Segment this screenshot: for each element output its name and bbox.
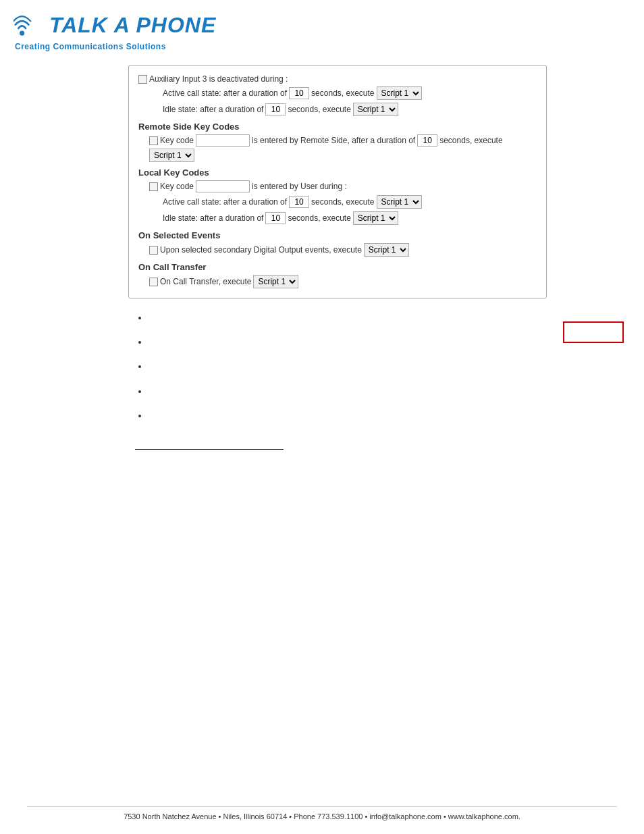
remote-key-input[interactable] (196, 134, 250, 147)
bullet-item-4 (149, 386, 570, 398)
local-active-text: seconds, execute (311, 197, 374, 207)
on-call-transfer-row: On Call Transfer, execute Script 1 Scrip… (138, 275, 537, 288)
bullet-item-3 (149, 361, 570, 373)
active-call-script-select[interactable]: Script 1 Script 2 Script 3 (377, 86, 422, 100)
remote-key-row: Key code is entered by Remote Side, afte… (138, 134, 537, 162)
local-sub-rows: Active call state: after a duration of s… (138, 195, 537, 225)
on-selected-script-select[interactable]: Script 1 Script 2 Script 3 (364, 243, 409, 257)
remote-key-text: is entered by Remote Side, after a durat… (252, 136, 415, 145)
aux-input-row: Auxiliary Input 3 is deactivated during … (138, 74, 537, 84)
red-annotation-box (563, 321, 624, 343)
local-active-seconds-input[interactable] (289, 196, 309, 208)
remote-key-text2: seconds, execute (439, 136, 502, 145)
idle-state-row: Idle state: after a duration of seconds,… (152, 103, 537, 116)
remote-key-checkbox[interactable] (149, 136, 158, 145)
footer-separator (27, 806, 617, 807)
local-key-checkbox[interactable] (149, 182, 158, 191)
main-content: Auxiliary Input 3 is deactivated during … (0, 58, 644, 457)
on-call-transfer-heading: On Call Transfer (138, 262, 537, 272)
on-selected-label: Upon selected secondary Digital Output e… (160, 245, 362, 255)
footer-address: 7530 North Natchez Avenue • Niles, Illin… (124, 812, 520, 820)
local-idle-row: Idle state: after a duration of seconds,… (152, 211, 537, 225)
idle-state-text: seconds, execute (288, 105, 350, 114)
section-divider (135, 449, 284, 450)
local-key-text: is entered by User during : (252, 182, 347, 191)
logo-area: TALK A PHONE Creating Communications Sol… (14, 10, 216, 51)
remote-key-script-select[interactable]: Script 1 Script 2 Script 3 (149, 149, 194, 162)
aux-input-checkbox[interactable] (138, 75, 147, 84)
local-idle-seconds-input[interactable] (265, 212, 286, 224)
remote-key-seconds-input[interactable] (417, 134, 437, 147)
on-call-transfer-label: On Call Transfer, execute (160, 277, 251, 286)
on-selected-checkbox[interactable] (149, 246, 158, 255)
active-call-row: Active call state: after a duration of s… (152, 86, 537, 100)
on-call-transfer-checkbox[interactable] (149, 278, 158, 286)
active-call-text: seconds, execute (311, 88, 374, 98)
active-call-seconds-input[interactable] (289, 87, 309, 99)
local-key-label: Key code (160, 182, 194, 191)
local-key-input[interactable] (196, 180, 250, 192)
footer: 7530 North Natchez Avenue • Niles, Illin… (0, 801, 644, 820)
local-idle-text: seconds, execute (288, 213, 350, 223)
talk-a-phone-logo-icon (14, 10, 44, 41)
remote-key-label: Key code (160, 136, 194, 145)
active-call-label: Active call state: after a duration of (163, 88, 287, 98)
aux-input-label: Auxiliary Input 3 is deactivated during … (149, 74, 288, 84)
config-panel: Auxiliary Input 3 is deactivated during … (128, 65, 547, 298)
idle-state-seconds-input[interactable] (265, 103, 286, 115)
local-active-label: Active call state: after a duration of (163, 197, 287, 207)
header: TALK A PHONE Creating Communications Sol… (0, 0, 644, 58)
local-key-heading: Local Key Codes (138, 167, 537, 178)
aux-sub-rows: Active call state: after a duration of s… (138, 86, 537, 116)
bullet-item-5 (149, 410, 570, 422)
company-name: TALK A PHONE (49, 13, 216, 38)
local-key-row: Key code is entered by User during : (138, 180, 537, 192)
on-call-transfer-script-select[interactable]: Script 1 Script 2 Script 3 (253, 275, 298, 288)
bullet-item-1 (149, 312, 570, 324)
svg-point-0 (20, 31, 24, 36)
local-idle-script-select[interactable]: Script 1 Script 2 Script 3 (353, 211, 398, 225)
bullet-list (20, 312, 624, 422)
on-selected-heading: On Selected Events (138, 230, 537, 240)
local-idle-label: Idle state: after a duration of (163, 213, 263, 223)
idle-state-label: Idle state: after a duration of (163, 105, 263, 114)
local-active-script-select[interactable]: Script 1 Script 2 Script 3 (377, 195, 422, 209)
idle-state-script-select[interactable]: Script 1 Script 2 Script 3 (353, 103, 398, 116)
logo-icon: TALK A PHONE (14, 10, 216, 41)
company-tagline: Creating Communications Solutions (14, 42, 166, 51)
bullet-item-2 (149, 336, 570, 348)
on-selected-row: Upon selected secondary Digital Output e… (138, 243, 537, 257)
local-active-row: Active call state: after a duration of s… (152, 195, 537, 209)
remote-side-heading: Remote Side Key Codes (138, 122, 537, 132)
